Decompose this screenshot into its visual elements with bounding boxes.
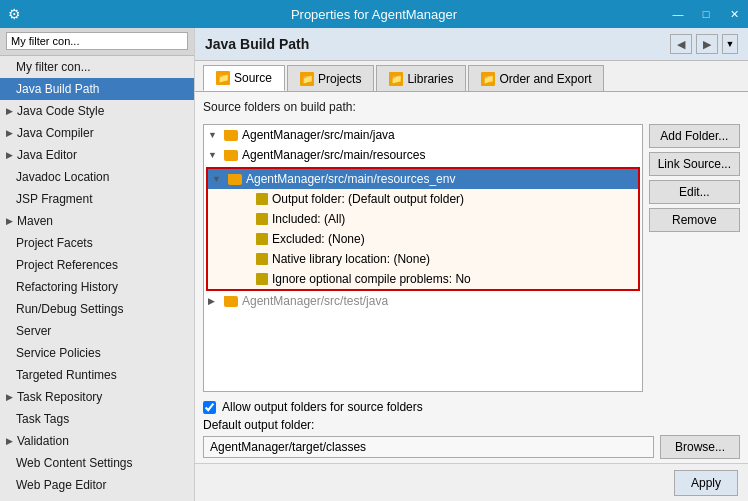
tree-subitem-5[interactable]: Excluded: (None)	[208, 229, 638, 249]
maximize-button[interactable]: □	[692, 0, 720, 28]
sub-icon	[256, 273, 268, 285]
add-folder-button[interactable]: Add Folder...	[649, 124, 740, 148]
main-layout: My filter con...Java Build Path▶Java Cod…	[0, 28, 748, 501]
highlighted-section: ▼AgentManager/src/main/resources_envOutp…	[206, 167, 640, 291]
sidebar-item-0[interactable]: My filter con...	[0, 56, 194, 78]
folder-icon	[228, 174, 242, 185]
output-folder-input[interactable]	[203, 436, 654, 458]
tab-icon-2: 📁	[389, 72, 403, 86]
tree-item-2[interactable]: ▼AgentManager/src/main/resources_env	[208, 169, 638, 189]
folder-icon-1	[224, 150, 238, 161]
footer: Apply	[195, 463, 748, 501]
link-source-button[interactable]: Link Source...	[649, 152, 740, 176]
nav-buttons: ◀ ▶ ▼	[670, 34, 738, 54]
tree-items-container: ▼AgentManager/src/main/java▼AgentManager…	[204, 125, 642, 311]
tree-item-0[interactable]: ▼AgentManager/src/main/java	[204, 125, 642, 145]
tree-panel[interactable]: ▼AgentManager/src/main/java▼AgentManager…	[203, 124, 643, 392]
sub-icon	[256, 233, 268, 245]
tab-icon-0: 📁	[216, 71, 230, 85]
tabs-bar: 📁Source📁Projects📁Libraries📁Order and Exp…	[195, 61, 748, 92]
sidebar-item-15[interactable]: ▶Task Repository	[0, 386, 194, 408]
folder-icon-0	[224, 130, 238, 141]
output-folders-checkbox[interactable]	[203, 401, 216, 414]
content-body: Source folders on build path: ▼AgentMana…	[195, 92, 748, 400]
content-title: Java Build Path	[205, 36, 309, 52]
sidebar: My filter con...Java Build Path▶Java Cod…	[0, 28, 195, 501]
tree-subitem-3[interactable]: Output folder: (Default output folder)	[208, 189, 638, 209]
tree-item-1[interactable]: ▼AgentManager/src/main/resources	[204, 145, 642, 165]
sidebar-filter-area	[0, 28, 194, 56]
window-title: Properties for AgentManager	[291, 7, 457, 22]
tab-order-and-export[interactable]: 📁Order and Export	[468, 65, 604, 91]
sidebar-item-18[interactable]: Web Content Settings	[0, 452, 194, 474]
sidebar-item-17[interactable]: ▶Validation	[0, 430, 194, 452]
apply-button[interactable]: Apply	[674, 470, 738, 496]
sidebar-item-12[interactable]: Server	[0, 320, 194, 342]
tabs-container: 📁Source📁Projects📁Libraries📁Order and Exp…	[203, 65, 604, 91]
tab-projects[interactable]: 📁Projects	[287, 65, 374, 91]
sidebar-item-7[interactable]: ▶Maven	[0, 210, 194, 232]
sidebar-item-13[interactable]: Service Policies	[0, 342, 194, 364]
checkbox-row: Allow output folders for source folders	[203, 400, 740, 414]
tab-source[interactable]: 📁Source	[203, 65, 285, 91]
sidebar-item-8[interactable]: Project Facets	[0, 232, 194, 254]
sidebar-item-5[interactable]: Javadoc Location	[0, 166, 194, 188]
sidebar-item-14[interactable]: Targeted Runtimes	[0, 364, 194, 386]
sidebar-item-3[interactable]: ▶Java Compiler	[0, 122, 194, 144]
title-bar: ⚙ Properties for AgentManager — □ ✕	[0, 0, 748, 28]
tree-item-8[interactable]: ▶AgentManager/src/test/java	[204, 291, 642, 311]
tree-area: ▼AgentManager/src/main/java▼AgentManager…	[203, 124, 740, 392]
nav-back-button[interactable]: ◀	[670, 34, 692, 54]
content-panel: Java Build Path ◀ ▶ ▼ 📁Source📁Projects📁L…	[195, 28, 748, 501]
checkbox-label: Allow output folders for source folders	[222, 400, 423, 414]
output-row: Browse...	[203, 435, 740, 459]
remove-button[interactable]: Remove	[649, 208, 740, 232]
folder-icon-8	[224, 296, 238, 307]
minimize-button[interactable]: —	[664, 0, 692, 28]
tree-subitem-6[interactable]: Native library location: (None)	[208, 249, 638, 269]
sub-icon	[256, 213, 268, 225]
nav-forward-button[interactable]: ▶	[696, 34, 718, 54]
sidebar-item-20[interactable]: Web Project Settings	[0, 496, 194, 501]
content-header: Java Build Path ◀ ▶ ▼	[195, 28, 748, 61]
sidebar-item-2[interactable]: ▶Java Code Style	[0, 100, 194, 122]
tree-subitem-4[interactable]: Included: (All)	[208, 209, 638, 229]
app-icon: ⚙	[8, 6, 21, 22]
bottom-section: Allow output folders for source folders …	[195, 400, 748, 463]
window-controls: — □ ✕	[664, 0, 748, 28]
nav-dropdown-button[interactable]: ▼	[722, 34, 738, 54]
sidebar-item-11[interactable]: Run/Debug Settings	[0, 298, 194, 320]
close-button[interactable]: ✕	[720, 0, 748, 28]
tab-icon-3: 📁	[481, 72, 495, 86]
sidebar-filter-input[interactable]	[6, 32, 188, 50]
side-buttons: Add Folder... Link Source... Edit... Rem…	[649, 124, 740, 392]
sidebar-item-19[interactable]: Web Page Editor	[0, 474, 194, 496]
edit-button[interactable]: Edit...	[649, 180, 740, 204]
tab-libraries[interactable]: 📁Libraries	[376, 65, 466, 91]
sidebar-item-10[interactable]: Refactoring History	[0, 276, 194, 298]
sidebar-item-1[interactable]: Java Build Path	[0, 78, 194, 100]
output-label: Default output folder:	[203, 418, 740, 432]
sidebar-item-4[interactable]: ▶Java Editor	[0, 144, 194, 166]
browse-button[interactable]: Browse...	[660, 435, 740, 459]
sidebar-item-6[interactable]: JSP Fragment	[0, 188, 194, 210]
section-label: Source folders on build path:	[203, 100, 740, 114]
sub-icon	[256, 253, 268, 265]
tab-icon-1: 📁	[300, 72, 314, 86]
sidebar-items-list: My filter con...Java Build Path▶Java Cod…	[0, 56, 194, 501]
sidebar-item-9[interactable]: Project References	[0, 254, 194, 276]
sub-icon	[256, 193, 268, 205]
tree-subitem-7[interactable]: Ignore optional compile problems: No	[208, 269, 638, 289]
sidebar-item-16[interactable]: Task Tags	[0, 408, 194, 430]
